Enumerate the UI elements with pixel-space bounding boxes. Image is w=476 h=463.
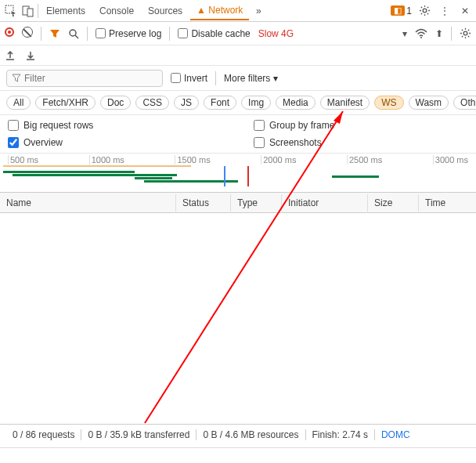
upload-icon[interactable]: ⬆	[435, 28, 443, 39]
devtools-topbar: Elements Console Sources ▲ Network » ◧1 …	[0, 0, 476, 22]
settings-gear-icon[interactable]	[460, 27, 471, 39]
pill-fetch-xhr[interactable]: Fetch/XHR	[35, 96, 96, 110]
status-transferred: 0 B / 35.9 kB transferred	[81, 429, 197, 440]
svg-point-4	[70, 30, 76, 36]
col-size[interactable]: Size	[368, 194, 419, 212]
more-filters-label: More filters	[224, 73, 270, 84]
tab-sources[interactable]: Sources	[142, 2, 189, 20]
group-by-frame-label: Group by frame	[269, 120, 334, 131]
record-button[interactable]	[5, 27, 14, 39]
pill-doc[interactable]: Doc	[100, 96, 131, 110]
preserve-log-label: Preserve log	[109, 28, 161, 39]
throttle-select[interactable]: Slow 4G	[258, 28, 294, 39]
pill-css[interactable]: CSS	[135, 96, 169, 110]
separator	[169, 27, 170, 41]
tick: 1000 ms	[89, 155, 124, 165]
chevron-down-icon[interactable]: ▾	[402, 28, 407, 39]
big-rows-label: Big request rows	[23, 120, 93, 131]
tab-network-label: Network	[208, 5, 243, 16]
separator	[87, 27, 88, 41]
pill-manifest[interactable]: Manifest	[320, 96, 370, 110]
wifi-icon[interactable]	[415, 28, 427, 39]
tick: 2000 ms	[261, 155, 296, 165]
pill-js[interactable]: JS	[174, 96, 199, 110]
inspect-icon[interactable]	[3, 3, 19, 19]
tab-network[interactable]: ▲ Network	[190, 2, 249, 20]
svg-rect-2	[27, 9, 33, 16]
record-icon	[5, 27, 14, 37]
options-row: Big request rows Overview Group by frame…	[0, 115, 476, 154]
pill-img[interactable]: Img	[241, 96, 271, 110]
svg-line-5	[75, 35, 78, 38]
pill-all[interactable]: All	[6, 96, 31, 110]
col-initiator[interactable]: Initiator	[282, 194, 368, 212]
status-resources: 0 B / 4.6 MB resources	[197, 429, 305, 440]
status-domcontent[interactable]: DOMC	[375, 429, 416, 440]
preserve-log-checkbox[interactable]: Preserve log	[96, 28, 161, 39]
time-ticks: 500 ms 1000 ms 1500 ms 2000 ms 2500 ms 3…	[0, 155, 476, 165]
topbar-right: ◧1 ⋮ ✕	[391, 3, 473, 19]
bottom-bar	[0, 447, 476, 463]
invert-label: Invert	[184, 73, 207, 84]
overview-checkbox[interactable]: Overview	[8, 137, 222, 148]
separator	[451, 27, 452, 41]
big-rows-checkbox[interactable]: Big request rows	[8, 120, 222, 131]
invert-checkbox[interactable]: Invert	[171, 73, 207, 84]
disable-cache-checkbox[interactable]: Disable cache	[178, 28, 250, 39]
warning-icon: ▲	[197, 5, 206, 16]
tick: 500 ms	[8, 155, 38, 165]
col-type[interactable]: Type	[231, 194, 282, 212]
more-tabs-icon[interactable]: »	[251, 3, 266, 19]
network-toolbar: Preserve log Disable cache Slow 4G ▾ ⬆	[0, 22, 476, 45]
pill-ws[interactable]: WS	[374, 96, 403, 110]
device-toggle-icon[interactable]	[20, 3, 36, 19]
pill-media[interactable]: Media	[276, 96, 316, 110]
filter-toggle-icon[interactable]	[49, 28, 60, 39]
tick: 3000 ms	[433, 155, 468, 165]
requests-table-header: Name Status Type Initiator Size Time	[0, 193, 476, 213]
filter-input[interactable]	[24, 73, 157, 84]
tick: 2500 ms	[347, 155, 382, 165]
screenshots-checkbox[interactable]: Screenshots	[254, 137, 468, 148]
col-time[interactable]: Time	[419, 194, 476, 212]
status-finish: Finish: 2.74 s	[306, 429, 375, 440]
chevron-down-icon: ▾	[273, 73, 278, 84]
status-requests: 0 / 86 requests	[6, 429, 81, 440]
pill-other[interactable]: Other	[453, 96, 476, 110]
more-filters-button[interactable]: More filters ▾	[224, 73, 278, 84]
filter-input-wrapper[interactable]	[6, 70, 163, 87]
pill-font[interactable]: Font	[204, 96, 236, 110]
export-icon[interactable]	[5, 50, 16, 61]
svg-point-7	[463, 31, 467, 35]
col-status[interactable]: Status	[176, 194, 231, 212]
col-name[interactable]: Name	[0, 194, 176, 212]
svg-point-3	[423, 9, 427, 13]
tab-elements[interactable]: Elements	[40, 2, 92, 20]
disable-cache-label: Disable cache	[191, 28, 250, 39]
import-icon[interactable]	[25, 50, 36, 61]
separator	[38, 4, 38, 18]
gear-icon[interactable]	[416, 3, 432, 19]
network-toolbar-2	[0, 45, 476, 66]
kebab-icon[interactable]: ⋮	[437, 3, 453, 19]
clear-button[interactable]	[22, 27, 33, 40]
search-icon[interactable]	[68, 28, 79, 39]
svg-point-6	[420, 37, 422, 38]
separator	[41, 27, 41, 41]
group-by-frame-checkbox[interactable]: Group by frame	[254, 120, 468, 131]
separator	[215, 71, 216, 85]
issue-badge-icon: ◧	[391, 5, 405, 16]
type-filter-row: All Fetch/XHR Doc CSS JS Font Img Media …	[0, 91, 476, 115]
close-icon[interactable]: ✕	[457, 3, 473, 19]
issues-button[interactable]: ◧1	[391, 5, 412, 16]
waterfall-bars	[3, 169, 473, 188]
filter-row: Invert More filters ▾	[0, 66, 476, 91]
issues-count: 1	[406, 5, 412, 16]
status-bar: 0 / 86 requests 0 B / 35.9 kB transferre…	[0, 424, 476, 444]
overview-waterfall[interactable]: 500 ms 1000 ms 1500 ms 2000 ms 2500 ms 3…	[0, 154, 476, 193]
overview-label: Overview	[23, 137, 63, 148]
throttle-label: Slow 4G	[258, 28, 294, 39]
pill-wasm[interactable]: Wasm	[409, 96, 449, 110]
tick: 1500 ms	[175, 155, 210, 165]
tab-console[interactable]: Console	[93, 2, 140, 20]
